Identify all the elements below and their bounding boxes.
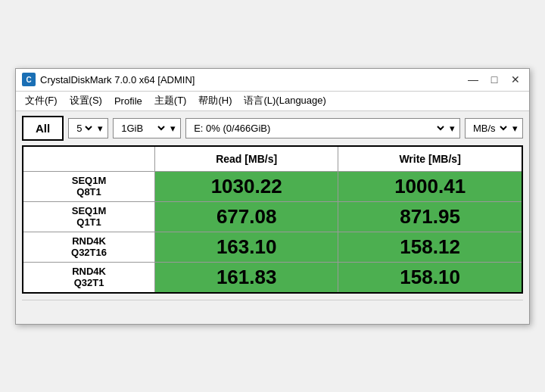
read-value-2: 163.10 <box>155 232 338 262</box>
status-bar <box>22 300 523 321</box>
window-title: CrystalDiskMark 7.0.0 x64 [ADMIN] <box>40 74 195 86</box>
count-select[interactable]: 1 3 5 9 <box>73 122 95 135</box>
table-row: SEQ1M Q1T1677.08871.95 <box>23 201 522 232</box>
title-bar: C CrystalDiskMark 7.0.0 x64 [ADMIN] — □ … <box>16 69 529 92</box>
count-select-wrapper[interactable]: 1 3 5 9 ▾ <box>68 118 108 138</box>
row-label-0: SEQ1M Q8T1 <box>23 171 155 201</box>
write-value-0: 1000.41 <box>338 171 522 201</box>
toolbar: All 1 3 5 9 ▾ 512MiB 1GiB 2GiB 4GiB ▾ E:… <box>16 111 529 145</box>
table-row: RND4K Q32T16163.10158.12 <box>23 232 522 262</box>
menu-profile[interactable]: Profile <box>108 94 148 108</box>
size-select-wrapper[interactable]: 512MiB 1GiB 2GiB 4GiB ▾ <box>113 118 181 138</box>
unit-select-wrapper[interactable]: MB/s GB/s IOPS μs ▾ <box>465 118 523 138</box>
write-value-1: 871.95 <box>338 201 522 232</box>
menu-help[interactable]: 帮助(H) <box>192 92 238 109</box>
unit-chevron-icon: ▾ <box>512 123 518 134</box>
app-icon: C <box>22 73 36 86</box>
menu-settings[interactable]: 设置(S) <box>64 92 108 109</box>
menu-theme[interactable]: 主题(T) <box>148 92 193 109</box>
write-value-2: 158.12 <box>338 232 522 262</box>
table-row: SEQ1M Q8T11030.221000.41 <box>23 171 522 201</box>
menu-language[interactable]: 语言(L)(Language) <box>238 92 332 109</box>
col-read-header: Read [MB/s] <box>155 146 338 172</box>
read-value-0: 1030.22 <box>155 171 338 201</box>
table-row: RND4K Q32T1161.83158.10 <box>23 262 522 293</box>
write-value-3: 158.10 <box>338 262 522 293</box>
minimize-button[interactable]: — <box>466 72 481 87</box>
maximize-button[interactable]: □ <box>487 72 502 87</box>
size-select[interactable]: 512MiB 1GiB 2GiB 4GiB <box>118 122 167 135</box>
close-button[interactable]: ✕ <box>508 72 523 87</box>
col-write-header: Write [MB/s] <box>338 146 522 172</box>
size-chevron-icon: ▾ <box>170 123 176 134</box>
count-chevron-icon: ▾ <box>98 123 103 134</box>
benchmark-table: Read [MB/s] Write [MB/s] SEQ1M Q8T11030.… <box>22 145 523 294</box>
drive-select[interactable]: E: 0% (0/466GiB) <box>191 122 447 135</box>
drive-chevron-icon: ▾ <box>450 123 455 134</box>
all-button[interactable]: All <box>22 116 64 141</box>
read-value-1: 677.08 <box>155 201 338 232</box>
row-label-3: RND4K Q32T1 <box>23 262 155 293</box>
menu-bar: 文件(F) 设置(S) Profile 主题(T) 帮助(H) 语言(L)(La… <box>16 92 529 111</box>
main-window: C CrystalDiskMark 7.0.0 x64 [ADMIN] — □ … <box>15 68 530 325</box>
title-controls: — □ ✕ <box>466 72 523 87</box>
row-label-1: SEQ1M Q1T1 <box>23 201 155 232</box>
row-label-2: RND4K Q32T16 <box>23 232 155 262</box>
drive-select-wrapper[interactable]: E: 0% (0/466GiB) ▾ <box>185 118 460 138</box>
menu-file[interactable]: 文件(F) <box>19 92 64 109</box>
unit-select[interactable]: MB/s GB/s IOPS μs <box>470 122 509 135</box>
read-value-3: 161.83 <box>155 262 338 293</box>
col-label-header <box>23 146 155 172</box>
